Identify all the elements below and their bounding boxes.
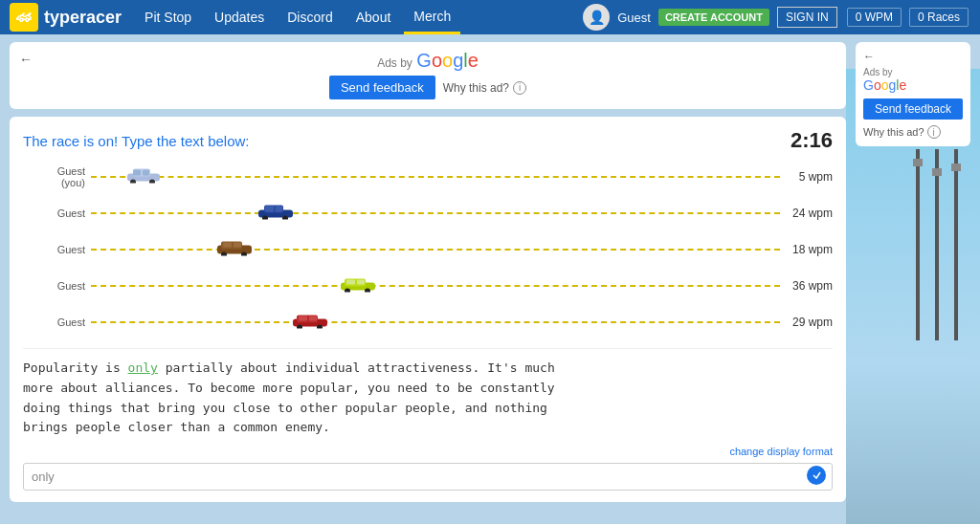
track-dashed-5: [91, 321, 780, 323]
logo-label: typeracer: [44, 8, 122, 28]
guest-label: Guest: [617, 11, 651, 25]
poles-svg: [903, 149, 961, 340]
track-container-2: [91, 199, 780, 228]
create-account-button[interactable]: CREATE ACCOUNT: [658, 9, 769, 26]
side-ad-box: ← Ads by Google Send feedback Why this a…: [856, 42, 970, 146]
nav-updates[interactable]: Updates: [205, 0, 274, 34]
nav-pit-stop[interactable]: Pit Stop: [135, 0, 201, 34]
nav-discord[interactable]: Discord: [278, 0, 342, 34]
car-2: [256, 203, 295, 225]
races-stat: 0 Races: [909, 8, 969, 27]
table-row: Guest(you): [23, 163, 833, 191]
sign-in-button[interactable]: SIGN IN: [777, 7, 837, 28]
logo-icon: 🏎: [10, 3, 38, 32]
race-text: Popularity is only partially about indiv…: [23, 348, 833, 438]
wpm-stat: 0 WPM: [847, 8, 902, 27]
race-text-highlight: only: [128, 360, 158, 375]
table-row: Guest: [23, 199, 833, 228]
track-container-5: [91, 308, 780, 337]
change-format-link[interactable]: change display format: [23, 446, 833, 457]
typing-input-container: [23, 463, 833, 491]
player-wpm-1: 5 wpm: [780, 170, 833, 184]
side-send-feedback-button[interactable]: Send feedback: [863, 98, 963, 120]
player-wpm-2: 24 wpm: [780, 207, 833, 220]
why-this-ad-text: Why this ad?: [443, 81, 509, 95]
car-1: [125, 166, 162, 188]
top-ad-banner: ← Ads by Google Send feedback Why this a…: [10, 42, 846, 109]
logo[interactable]: 🏎 typeracer: [10, 3, 122, 32]
why-this-ad-link[interactable]: Why this ad? i: [443, 81, 526, 95]
table-row: Guest: [23, 308, 833, 337]
car-4: [339, 275, 377, 297]
svg-rect-35: [309, 317, 317, 321]
car-5: [291, 312, 329, 334]
side-info-icon: i: [927, 125, 941, 139]
nav-merch[interactable]: Merch: [404, 0, 460, 34]
svg-rect-16: [265, 207, 274, 212]
track-dashed-3: [91, 249, 780, 251]
scene-poles: [903, 149, 961, 344]
typing-input[interactable]: [24, 464, 832, 490]
svg-rect-4: [932, 168, 942, 176]
svg-rect-22: [223, 243, 232, 248]
track-container-1: [91, 163, 780, 191]
track-container-4: [91, 272, 780, 300]
svg-rect-5: [951, 164, 961, 171]
race-timer: 2:16: [791, 128, 833, 153]
track-dashed-4: [91, 285, 780, 287]
nav-about[interactable]: About: [346, 0, 401, 34]
svg-rect-17: [276, 207, 282, 212]
main-content: ST ← Ads by Google Send feedback: [0, 34, 980, 524]
ad-by-label: Ads by Google: [377, 50, 479, 72]
player-wpm-4: 36 wpm: [780, 279, 833, 293]
player-label-1: Guest(you): [23, 165, 85, 188]
side-ads-by: Ads by: [863, 67, 963, 77]
ad-back-arrow[interactable]: ←: [19, 52, 33, 67]
race-tracks: Guest(you): [23, 163, 833, 337]
player-wpm-3: 18 wpm: [780, 243, 833, 256]
info-icon: i: [513, 81, 526, 95]
svg-rect-34: [299, 317, 307, 321]
side-ad-back-arrow[interactable]: ←: [863, 50, 963, 63]
side-google-label: Google: [863, 77, 963, 93]
guest-icon: 👤: [583, 4, 610, 31]
race-text-before: Popularity is: [23, 360, 128, 375]
ads-by-text: Ads by: [377, 56, 412, 70]
player-label-2: Guest: [23, 207, 85, 219]
left-panel: ← Ads by Google Send feedback Why this a…: [0, 34, 856, 524]
svg-rect-11: [143, 170, 149, 176]
track-dashed-2: [91, 212, 780, 214]
navbar: 🏎 typeracer Pit Stop Updates Discord Abo…: [0, 0, 980, 34]
svg-rect-3: [913, 159, 923, 166]
side-why-this-ad[interactable]: Why this ad? i: [863, 125, 963, 139]
table-row: Guest: [23, 272, 833, 300]
player-label-3: Guest: [23, 244, 85, 255]
race-box: The race is on! Type the text below: 2:1…: [10, 117, 846, 502]
svg-rect-29: [357, 280, 365, 285]
track-dashed-1: [91, 176, 780, 178]
player-label-5: Guest: [23, 317, 85, 328]
ad-feedback-row: Send feedback Why this ad? i: [329, 76, 526, 99]
race-title: The race is on! Type the text below:: [23, 133, 250, 149]
table-row: Guest: [23, 235, 833, 264]
svg-rect-10: [133, 170, 141, 176]
svg-rect-28: [346, 280, 355, 285]
player-wpm-5: 29 wpm: [780, 316, 833, 329]
car-3: [215, 239, 254, 261]
google-label: Google: [416, 50, 479, 71]
svg-rect-23: [234, 243, 241, 248]
send-feedback-button[interactable]: Send feedback: [329, 76, 435, 99]
player-label-4: Guest: [23, 280, 85, 292]
side-why-text: Why this ad?: [863, 126, 924, 138]
side-ad-label: Ads by Google: [863, 67, 963, 93]
race-header: The race is on! Type the text below: 2:1…: [23, 128, 833, 153]
track-container-3: [91, 235, 780, 264]
